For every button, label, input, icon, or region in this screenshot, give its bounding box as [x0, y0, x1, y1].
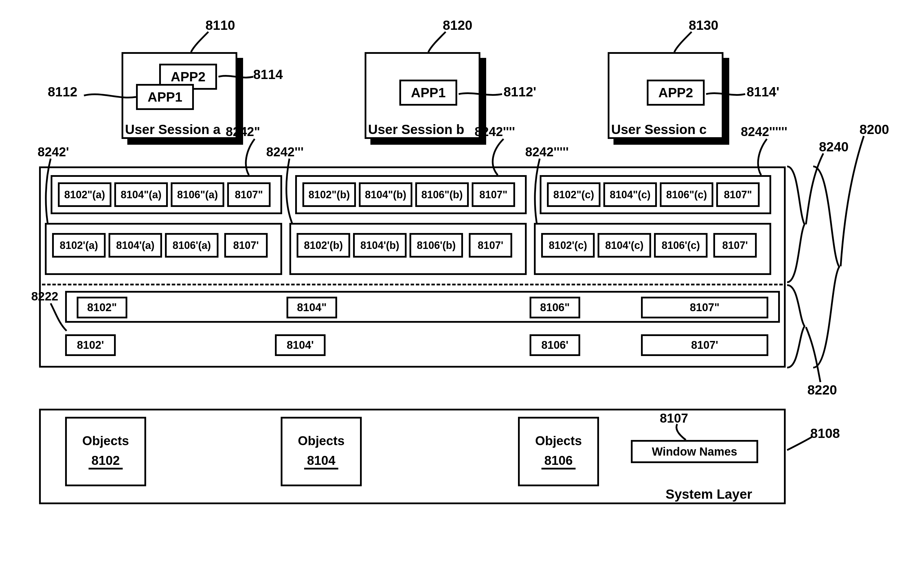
ref-8222: 8222 — [31, 290, 58, 303]
leader-8242p — [45, 158, 56, 225]
cell-8107d-c: 8107' — [713, 233, 757, 258]
leader-8242p5 — [534, 158, 545, 225]
cell-8107dd-a: 8107" — [227, 182, 270, 207]
ref-8114: 8114 — [253, 67, 283, 82]
cell-8104d-c: 8104'(c) — [598, 233, 651, 258]
cell-8107dd-c: 8107" — [716, 182, 759, 207]
leader-8120 — [428, 32, 463, 55]
objects-num-8106: 8106 — [542, 453, 576, 469]
objects-label-3: Objects — [535, 434, 582, 448]
leader-8242p4 — [486, 139, 507, 176]
ref-8242p5: 8242''''' — [525, 145, 569, 159]
ref-8120: 8120 — [443, 18, 472, 33]
cell-8104dd: 8104" — [286, 297, 337, 318]
cell-8102d: 8102' — [65, 334, 116, 356]
objects-label-1: Objects — [82, 434, 129, 448]
cell-8102dd-c: 8102"(c) — [547, 182, 601, 207]
ref-8200: 8200 — [860, 122, 889, 137]
leader-8242ppp — [286, 158, 298, 225]
cell-8102dd: 8102" — [77, 297, 127, 318]
cell-8106d-a: 8106'(a) — [165, 233, 219, 258]
session-a-label: User Session a — [125, 122, 221, 137]
cell-8106d: 8106' — [529, 334, 580, 356]
objects-label-2: Objects — [298, 434, 344, 448]
cell-8104d-a: 8104'(a) — [109, 233, 162, 258]
leader-8242p6 — [752, 139, 773, 176]
brace-8200 — [813, 166, 842, 368]
cell-8102dd-b: 8102"(b) — [302, 182, 356, 207]
app2-block-c: APP2 — [647, 80, 705, 106]
ref-8110: 8110 — [205, 18, 235, 33]
leader-8112p — [459, 91, 502, 97]
ref-8242pp: 8242" — [226, 125, 260, 139]
cell-8107d-a: 8107' — [224, 233, 268, 258]
leader-8108 — [787, 437, 813, 451]
ref-8242p4: 8242'''' — [475, 125, 515, 139]
ref-8112: 8112 — [48, 84, 77, 99]
leader-8114p — [706, 91, 745, 97]
cell-8107d-b: 8107' — [469, 233, 512, 258]
ref-8242ppp: 8242''' — [266, 145, 304, 159]
cell-8106dd-b: 8106"(b) — [415, 182, 469, 207]
ref-8107: 8107 — [660, 411, 688, 426]
diagram-canvas: APP2 APP1 User Session a APP1 User Sessi… — [0, 0, 924, 576]
cell-8104d: 8104' — [275, 334, 326, 356]
cell-8106d-c: 8106'(c) — [654, 233, 708, 258]
leader-8110 — [191, 32, 226, 55]
ref-8114p: 8114' — [747, 84, 779, 99]
objects-num-8102: 8102 — [88, 453, 123, 469]
objects-8106: Objects 8106 — [518, 417, 599, 486]
cell-8106dd: 8106" — [529, 297, 580, 318]
cell-8107d: 8107' — [641, 334, 768, 356]
cell-8106d-b: 8106'(b) — [409, 233, 463, 258]
cell-8104dd-c: 8104"(c) — [603, 182, 657, 207]
system-layer-label: System Layer — [666, 486, 752, 502]
ref-8242p6: 8242'''''' — [741, 125, 787, 139]
ref-8242p: 8242' — [38, 145, 69, 159]
cell-8107dd: 8107" — [641, 297, 768, 318]
session-b-label: User Session b — [368, 122, 464, 137]
window-names-box: Window Names — [631, 440, 758, 463]
leader-8114 — [219, 74, 253, 80]
leader-8200 — [841, 136, 870, 269]
leader-8112 — [84, 91, 136, 100]
cell-8104dd-b: 8104"(b) — [359, 182, 412, 207]
cell-8102d-c: 8102'(c) — [541, 233, 595, 258]
leader-8130 — [674, 32, 709, 55]
cell-8107dd-b: 8107" — [472, 182, 515, 207]
ref-8112p: 8112' — [504, 84, 536, 99]
leader-8242pp — [240, 139, 257, 176]
cell-8106dd-c: 8106"(c) — [660, 182, 713, 207]
objects-8102: Objects 8102 — [65, 417, 146, 486]
cell-8102d-b: 8102'(b) — [297, 233, 350, 258]
objects-num-8104: 8104 — [304, 453, 338, 469]
cell-8102dd-a: 8102"(a) — [58, 182, 112, 207]
cell-8102d-a: 8102'(a) — [52, 233, 106, 258]
app1-block-b: APP1 — [400, 80, 457, 106]
cell-8106dd-a: 8106"(a) — [171, 182, 224, 207]
objects-8104: Objects 8104 — [281, 417, 362, 486]
ref-8108: 8108 — [810, 426, 840, 441]
ref-8130: 8130 — [689, 18, 718, 33]
session-c-label: User Session c — [611, 122, 707, 137]
dashed-divider — [42, 284, 783, 285]
cell-8104dd-a: 8104"(a) — [114, 182, 168, 207]
leader-8222 — [51, 303, 68, 332]
cell-8104d-b: 8104'(b) — [353, 233, 407, 258]
app1-block-a: APP1 — [136, 84, 194, 110]
leader-8107 — [674, 424, 689, 442]
